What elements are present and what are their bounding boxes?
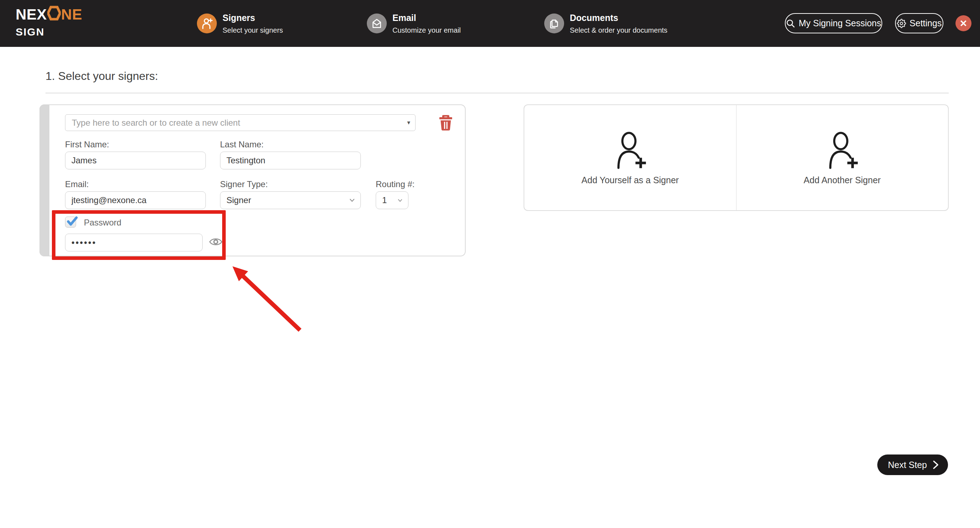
person-add-outline-icon xyxy=(826,130,858,170)
close-button[interactable]: ✕ xyxy=(956,15,972,31)
app-header: NEXNE SIGN Signers Select your signers xyxy=(0,0,980,47)
chevron-down-icon xyxy=(398,199,402,202)
delete-signer-button[interactable] xyxy=(439,114,455,132)
search-icon xyxy=(786,19,795,28)
logo-sign-text: SIGN xyxy=(16,27,82,37)
my-signing-sessions-button[interactable]: My Signing Sessions xyxy=(785,13,882,33)
settings-button[interactable]: Settings xyxy=(895,13,943,33)
signer-type-select[interactable]: Signer xyxy=(220,191,361,209)
password-checkbox[interactable] xyxy=(65,217,76,228)
nexone-sign-logo[interactable]: NEXNE SIGN xyxy=(16,6,82,37)
next-step-label: Next Step xyxy=(888,460,927,470)
documents-icon xyxy=(544,13,564,33)
gear-icon xyxy=(897,19,906,28)
last-name-input[interactable] xyxy=(220,152,361,170)
client-search-input[interactable] xyxy=(65,118,407,128)
add-another-label: Add Another Signer xyxy=(804,175,881,186)
password-label[interactable]: Password xyxy=(84,218,121,228)
nav-documents-title: Documents xyxy=(570,13,668,23)
envelope-icon xyxy=(367,13,387,33)
trash-icon xyxy=(439,115,455,131)
password-input[interactable] xyxy=(65,234,203,251)
nav-documents-subtitle: Select & order your documents xyxy=(570,26,668,35)
next-step-button[interactable]: Next Step xyxy=(877,455,948,475)
add-signer-panels: Add Yourself as a Signer Add Another Sig… xyxy=(523,105,949,211)
chevron-right-icon xyxy=(933,460,939,469)
routing-select[interactable]: 1 xyxy=(376,191,409,209)
combobox-dropdown-arrow-icon[interactable]: ▾ xyxy=(407,119,415,127)
logo-wordmark: NEXNE xyxy=(16,6,82,23)
hexagon-o-icon xyxy=(47,6,61,23)
person-add-icon xyxy=(197,13,217,33)
page-title: 1. Select your signers: xyxy=(46,70,158,83)
person-add-outline-icon xyxy=(614,130,647,170)
logo-text-ne: NE xyxy=(61,7,82,22)
routing-value: 1 xyxy=(382,195,387,205)
routing-label: Routing #: xyxy=(376,179,414,189)
client-search-combobox[interactable]: ▾ xyxy=(65,114,415,131)
add-yourself-label: Add Yourself as a Signer xyxy=(582,175,679,186)
first-name-label: First Name: xyxy=(65,140,109,149)
chevron-down-icon xyxy=(349,198,355,202)
annotation-arrow xyxy=(228,263,309,339)
nav-email-subtitle: Customize your email xyxy=(393,26,461,35)
nav-email-title: Email xyxy=(393,13,461,23)
settings-label: Settings xyxy=(910,18,942,29)
nav-step-signers[interactable]: Signers Select your signers xyxy=(197,0,283,47)
close-icon: ✕ xyxy=(960,19,967,28)
nav-signers-subtitle: Select your signers xyxy=(223,26,283,35)
signer-type-value: Signer xyxy=(226,195,251,205)
nav-step-email[interactable]: Email Customize your email xyxy=(367,0,461,47)
add-another-signer-button[interactable]: Add Another Signer xyxy=(737,105,948,210)
show-password-button[interactable] xyxy=(208,236,223,248)
nav-step-documents[interactable]: Documents Select & order your documents xyxy=(544,0,668,47)
signer-card: ▾ First Name: Last Name: Emai xyxy=(40,105,466,256)
my-signing-sessions-label: My Signing Sessions xyxy=(799,18,881,29)
first-name-input[interactable] xyxy=(65,152,206,170)
logo-text-nex: NEX xyxy=(16,7,47,22)
signer-type-label: Signer Type: xyxy=(220,179,268,189)
nav-signers-title: Signers xyxy=(223,13,283,23)
email-label: Email: xyxy=(65,179,89,189)
add-yourself-button[interactable]: Add Yourself as a Signer xyxy=(524,105,737,210)
signer-card-drag-handle[interactable] xyxy=(40,105,49,256)
eye-icon xyxy=(208,236,223,247)
heading-divider xyxy=(46,93,949,94)
last-name-label: Last Name: xyxy=(220,140,264,149)
email-input[interactable] xyxy=(65,191,206,209)
